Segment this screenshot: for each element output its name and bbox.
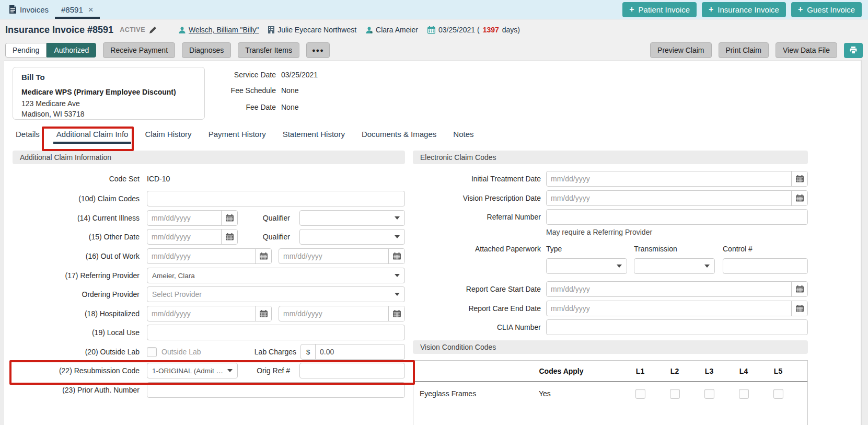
clia-number-input[interactable] — [546, 319, 808, 335]
new-patient-invoice-button[interactable]: + Patient Invoice — [622, 2, 697, 17]
paperwork-control-input[interactable] — [723, 258, 808, 274]
tab-additional-claim-info[interactable]: Additional Claim Info — [53, 130, 132, 144]
tab-documents-images[interactable]: Documents & Images — [358, 130, 439, 144]
out-of-work-end-input[interactable] — [279, 249, 388, 263]
pending-button[interactable]: Pending — [5, 43, 47, 58]
l2-header: L2 — [657, 367, 692, 375]
service-date-value: 03/25/2021 — [281, 71, 318, 79]
l1-checkbox[interactable] — [635, 389, 645, 399]
initial-treatment-input[interactable] — [547, 171, 791, 186]
l2-checkbox[interactable] — [670, 389, 680, 399]
other-date-input[interactable] — [147, 229, 221, 244]
calendar-icon[interactable] — [791, 282, 807, 296]
other-date-qualifier-select[interactable] — [299, 229, 405, 245]
paperwork-type-select[interactable] — [546, 258, 627, 274]
tab-notes[interactable]: Notes — [450, 130, 477, 144]
calendar-icon[interactable] — [791, 191, 807, 205]
date-item: 03/25/2021 (1397 days) — [427, 26, 520, 34]
referral-number-input[interactable] — [546, 209, 808, 225]
vision-prescription-input[interactable] — [547, 191, 791, 205]
paperwork-transmission-select[interactable] — [634, 258, 715, 274]
fee-date-value: None — [281, 103, 298, 111]
tab-payment-history[interactable]: Payment History — [205, 130, 269, 144]
orig-ref-input[interactable] — [299, 363, 405, 378]
resubmission-code-label: (22) Resubmission Code — [13, 366, 140, 375]
edit-pencil-icon[interactable] — [149, 26, 157, 33]
local-use-input[interactable] — [147, 325, 405, 340]
chevron-down-icon — [704, 265, 710, 268]
hospitalized-end-input[interactable] — [279, 306, 388, 321]
clia-number-label: CLIA Number — [413, 323, 541, 331]
close-icon[interactable]: × — [88, 5, 94, 14]
nav-item-invoices[interactable]: Invoices — [3, 0, 55, 19]
report-care-start-input[interactable] — [547, 282, 791, 296]
referring-provider-select[interactable]: Ameier, Clara — [147, 268, 405, 283]
report-care-end-input[interactable] — [547, 301, 791, 316]
calendar-icon[interactable] — [791, 171, 807, 186]
print-claim-button[interactable]: Print Claim — [719, 42, 769, 58]
calendar-icon[interactable] — [221, 211, 237, 225]
calendar-icon[interactable] — [221, 229, 237, 244]
vision-prescription-date — [546, 190, 808, 206]
condition-name: Eyeglass Frames — [413, 389, 534, 398]
initial-treatment-row: Initial Treatment Date — [413, 171, 808, 187]
tab-invoice-8591[interactable]: #8591 × — [55, 0, 100, 19]
calendar-icon[interactable] — [388, 306, 404, 321]
initial-treatment-label: Initial Treatment Date — [413, 175, 541, 183]
print-button[interactable] — [844, 43, 863, 58]
invoices-label: Invoices — [20, 5, 49, 14]
receive-payment-button[interactable]: Receive Payment — [103, 42, 175, 58]
lab-charges-input[interactable] — [316, 344, 404, 359]
new-guest-invoice-button[interactable]: + Guest Invoice — [791, 2, 862, 17]
ordering-provider-select[interactable]: Select Provider — [147, 286, 405, 302]
vertical-scrollbar[interactable] — [861, 61, 862, 425]
table-header-row: Codes Apply L1 L2 L3 L4 L5 — [413, 361, 807, 382]
outside-lab-checkbox[interactable] — [147, 347, 157, 357]
l4-checkbox[interactable] — [739, 389, 749, 399]
additional-claim-info-section-header: Additional Claim Information — [13, 151, 405, 164]
hospitalized-start-input[interactable] — [147, 306, 255, 321]
report-care-end-row: Report Care End Date — [413, 301, 808, 316]
tab-claim-history[interactable]: Claim History — [142, 130, 194, 144]
diagnoses-button[interactable]: Diagnoses — [182, 42, 231, 58]
clia-number-row: CLIA Number — [413, 319, 808, 335]
l5-checkbox[interactable] — [773, 389, 783, 399]
referring-provider-value: Ameier, Clara — [152, 272, 195, 280]
transfer-items-button[interactable]: Transfer Items — [238, 42, 299, 58]
printer-icon — [849, 46, 858, 54]
calendar-icon[interactable] — [791, 301, 807, 316]
new-insurance-invoice-button[interactable]: + Insurance Invoice — [702, 2, 786, 17]
payer-address-line2: Madison, WI 53718 — [21, 109, 196, 119]
current-illness-row: (14) Current Illness Qualifier — [13, 210, 405, 226]
current-illness-qualifier-select[interactable] — [299, 210, 405, 226]
out-of-work-row: (16) Out of Work — [13, 248, 405, 264]
building-icon — [268, 26, 274, 33]
calendar-icon[interactable] — [255, 249, 271, 263]
vision-prescription-row: Vision Prescription Date — [413, 190, 808, 206]
out-of-work-start-input[interactable] — [147, 249, 255, 263]
more-actions-button[interactable]: ●●● — [306, 42, 330, 58]
claim-codes-input[interactable] — [147, 191, 405, 206]
l3-checkbox[interactable] — [704, 389, 714, 399]
prior-auth-input[interactable] — [147, 382, 405, 398]
tab-statement-history[interactable]: Statement History — [280, 130, 348, 144]
chevron-down-icon — [395, 235, 400, 238]
authorized-button[interactable]: Authorized — [47, 43, 96, 58]
preview-claim-button[interactable]: Preview Claim — [650, 42, 711, 58]
attached-paperwork-labels-row: Attached Paperwork Type Transmission Con… — [413, 241, 808, 257]
report-care-start-label: Report Care Start Date — [413, 285, 541, 293]
local-use-label: (19) Local Use — [13, 328, 140, 337]
calendar-icon[interactable] — [255, 306, 271, 321]
hospitalized-start-date — [147, 306, 272, 321]
fee-schedule-value: None — [281, 86, 298, 95]
payer-address-line1: 123 Medicare Ave — [21, 98, 196, 109]
current-illness-date-input[interactable] — [147, 211, 221, 225]
resubmission-code-select[interactable]: 1-ORIGINAL (Admit th... — [147, 363, 238, 378]
vision-prescription-label: Vision Prescription Date — [413, 194, 541, 202]
view-data-file-button[interactable]: View Data File — [776, 42, 837, 58]
l5-header: L5 — [761, 367, 795, 375]
tab-label: #8591 — [61, 5, 83, 14]
tab-details[interactable]: Details — [13, 130, 43, 144]
patient-link[interactable]: Welsch, Billiam "Billy" — [189, 26, 259, 34]
calendar-icon[interactable] — [388, 249, 404, 263]
